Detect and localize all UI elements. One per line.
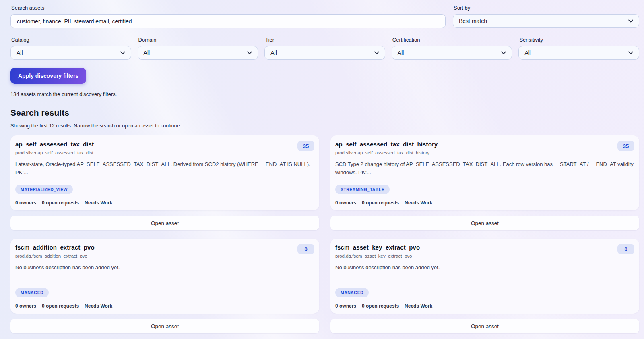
results-heading: Search results (10, 108, 639, 118)
owners-count: 0 owners (335, 200, 356, 206)
filters-row: Catalog All Domain All Tier All Certific… (10, 36, 639, 60)
search-input[interactable] (10, 14, 446, 28)
asset-description: Latest-state, Oracle-typed AP_SELF_ASSES… (15, 160, 314, 177)
meta-row: 0 owners 0 open requests Needs Work (335, 200, 634, 206)
filter-group-sensitivity: Sensitivity All (518, 36, 639, 60)
sensitivity-select-value: All (524, 50, 531, 56)
search-row: Search assets Sort by Best match (10, 4, 639, 28)
card-head: ap_self_assessed_tax_dist_history prod.s… (335, 141, 634, 155)
match-count-badge: 0 (297, 244, 314, 254)
open-requests-count: 0 open requests (42, 303, 79, 309)
discovery-page: Search assets Sort by Best match Catalog… (0, 0, 644, 333)
match-count-badge: 35 (617, 141, 634, 151)
asset-title: ap_self_assessed_tax_dist (15, 141, 94, 148)
meta-row: 0 owners 0 open requests Needs Work (15, 303, 314, 309)
asset-title: ap_self_assessed_tax_dist_history (335, 141, 438, 148)
card-head-text: ap_self_assessed_tax_dist_history prod.s… (335, 141, 438, 155)
filter-group-certification: Certification All (392, 36, 512, 60)
chevron-down-icon (628, 51, 633, 54)
sensitivity-label: Sensitivity (519, 37, 639, 43)
apply-filters-button[interactable]: Apply discovery filters (10, 68, 86, 84)
asset-description: No business description has been added y… (15, 264, 314, 272)
asset-path: prod.dq.fscm_asset_key_extract_pvo (335, 254, 420, 258)
filter-group-catalog: Catalog All (10, 36, 131, 60)
match-count-badge: 0 (617, 244, 634, 254)
domain-label: Domain (138, 37, 258, 43)
catalog-select-value: All (17, 50, 23, 56)
search-group: Search assets (10, 4, 446, 28)
asset-type-tag: MANAGED (335, 288, 369, 297)
owners-count: 0 owners (15, 200, 36, 206)
card-head: ap_self_assessed_tax_dist prod.silver.ap… (15, 141, 314, 155)
asset-type-tag: STREAMING_TABLE (335, 185, 390, 194)
asset-type-tag: MANAGED (15, 288, 49, 297)
sort-select-value: Best match (459, 18, 487, 24)
open-requests-count: 0 open requests (42, 200, 79, 206)
open-asset-button[interactable]: Open asset (10, 216, 319, 230)
domain-select[interactable]: All (138, 46, 258, 60)
chevron-down-icon (628, 19, 633, 23)
status-label: Needs Work (405, 200, 432, 206)
meta-row: 0 owners 0 open requests Needs Work (15, 200, 314, 206)
asset-type-tag: MATERIALIZED_VIEW (15, 185, 73, 194)
catalog-select[interactable]: All (10, 46, 131, 60)
result-cell: fscm_asset_key_extract_pvo prod.dq.fscm_… (330, 239, 639, 333)
tag-row: STREAMING_TABLE (335, 185, 634, 194)
chevron-down-icon (247, 51, 252, 54)
sort-label: Sort by (454, 5, 639, 11)
certification-select[interactable]: All (392, 46, 512, 60)
chevron-down-icon (374, 51, 379, 54)
filter-group-tier: Tier All (264, 36, 385, 60)
status-label: Needs Work (85, 303, 112, 309)
open-asset-button[interactable]: Open asset (330, 319, 639, 333)
result-cell: ap_self_assessed_tax_dist_history prod.s… (330, 135, 639, 230)
certification-label: Certification (392, 37, 512, 43)
asset-description: No business description has been added y… (335, 264, 634, 272)
match-summary: 134 assets match the current discovery f… (10, 91, 639, 97)
open-asset-button[interactable]: Open asset (10, 319, 319, 333)
tag-row: MATERIALIZED_VIEW (15, 185, 314, 194)
card-head-text: fscm_asset_key_extract_pvo prod.dq.fscm_… (335, 244, 420, 258)
results-grid: ap_self_assessed_tax_dist prod.silver.ap… (10, 135, 639, 333)
sort-group: Sort by Best match (453, 4, 639, 28)
tier-label: Tier (265, 37, 385, 43)
catalog-label: Catalog (11, 37, 131, 43)
owners-count: 0 owners (335, 303, 356, 309)
asset-card: fscm_asset_key_extract_pvo prod.dq.fscm_… (330, 239, 639, 314)
asset-card: ap_self_assessed_tax_dist prod.silver.ap… (10, 135, 319, 210)
tier-select-value: All (270, 50, 277, 56)
status-label: Needs Work (405, 303, 432, 309)
open-requests-count: 0 open requests (362, 303, 399, 309)
asset-title: fscm_asset_key_extract_pvo (335, 244, 420, 251)
sensitivity-select[interactable]: All (518, 46, 639, 60)
tag-row: MANAGED (335, 288, 634, 297)
search-label: Search assets (11, 5, 446, 11)
status-label: Needs Work (85, 200, 112, 206)
match-count-badge: 35 (297, 141, 314, 151)
asset-path: prod.dq.fscm_addition_extract_pvo (15, 254, 95, 258)
open-requests-count: 0 open requests (362, 200, 399, 206)
asset-title: fscm_addition_extract_pvo (15, 244, 95, 251)
owners-count: 0 owners (15, 303, 36, 309)
asset-card: fscm_addition_extract_pvo prod.dq.fscm_a… (10, 239, 319, 314)
open-asset-button[interactable]: Open asset (330, 216, 639, 230)
certification-select-value: All (398, 50, 404, 56)
card-head-text: ap_self_assessed_tax_dist prod.silver.ap… (15, 141, 94, 155)
result-cell: fscm_addition_extract_pvo prod.dq.fscm_a… (10, 239, 319, 333)
card-head-text: fscm_addition_extract_pvo prod.dq.fscm_a… (15, 244, 95, 258)
card-head: fscm_addition_extract_pvo prod.dq.fscm_a… (15, 244, 314, 258)
results-subheading: Showing the first 12 results. Narrow the… (10, 123, 639, 129)
filter-group-domain: Domain All (138, 36, 258, 60)
sort-select[interactable]: Best match (453, 14, 639, 28)
card-head: fscm_asset_key_extract_pvo prod.dq.fscm_… (335, 244, 634, 258)
domain-select-value: All (144, 50, 150, 56)
tier-select[interactable]: All (264, 46, 385, 60)
meta-row: 0 owners 0 open requests Needs Work (335, 303, 634, 309)
tag-row: MANAGED (15, 288, 314, 297)
asset-card: ap_self_assessed_tax_dist_history prod.s… (330, 135, 639, 210)
asset-description: SCD Type 2 change history of AP_SELF_ASS… (335, 160, 634, 177)
result-cell: ap_self_assessed_tax_dist prod.silver.ap… (10, 135, 319, 230)
asset-path: prod.silver.ap_self_assessed_tax_dist_hi… (335, 150, 438, 155)
chevron-down-icon (120, 51, 125, 54)
asset-path: prod.silver.ap_self_assessed_tax_dist (15, 150, 94, 155)
